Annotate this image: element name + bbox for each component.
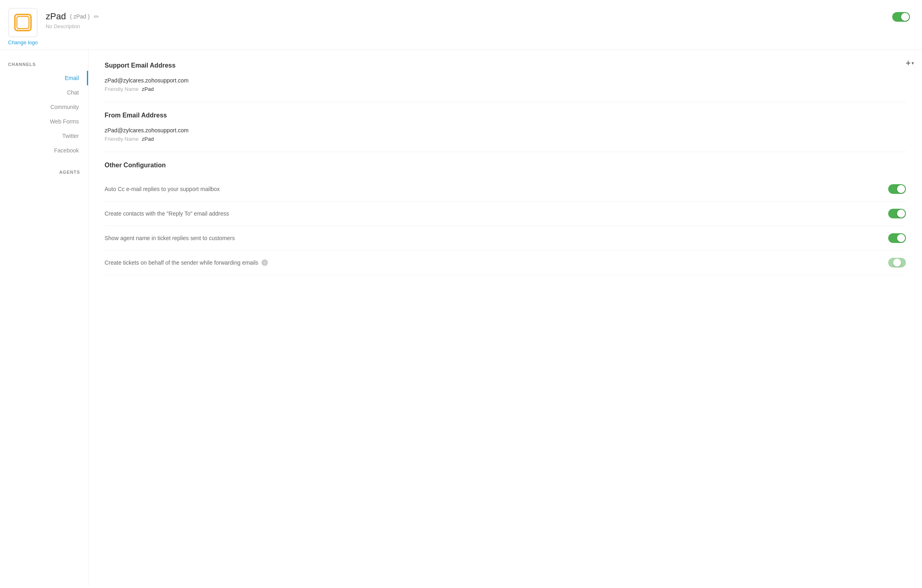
config-row-forward-tickets: Create tickets on behalf of the sender w… [105, 251, 906, 275]
toggle-forward-tickets[interactable] [888, 258, 906, 267]
sidebar-item-facebook[interactable]: Facebook [0, 143, 88, 158]
sidebar-item-web-forms[interactable]: Web Forms [0, 114, 88, 129]
toggle-reply-to[interactable] [888, 209, 906, 218]
config-row-auto-cc: Auto Cc e-mail replies to your support m… [105, 177, 906, 201]
main-layout: CHANNELS Email Chat Community Web Forms … [0, 50, 922, 586]
info-icon[interactable]: i [261, 259, 268, 266]
add-button[interactable]: + ▾ [906, 58, 914, 68]
app-name: zPad [46, 11, 66, 22]
main-toggle[interactable] [892, 12, 910, 22]
header-title-row: zPad ( zPad ) ✏ [46, 11, 99, 22]
agents-section-title: AGENTS [0, 158, 88, 179]
divider-1 [105, 102, 906, 102]
from-email-friendly-value: zPad [142, 136, 154, 142]
plus-icon: + [906, 58, 911, 68]
change-logo-link[interactable]: Change logo [8, 39, 38, 45]
content-area: + ▾ Support Email Address zPad@zylcares.… [88, 50, 922, 586]
from-email-section-title: From Email Address [105, 112, 906, 119]
config-label-forward-tickets: Create tickets on behalf of the sender w… [105, 259, 268, 266]
app-description: No Description [46, 23, 99, 29]
config-label-agent-name: Show agent name in ticket replies sent t… [105, 235, 235, 241]
sidebar-item-chat[interactable]: Chat [0, 85, 88, 100]
logo-area: Change logo [8, 8, 38, 45]
svg-rect-1 [17, 16, 29, 29]
channels-section-title: CHANNELS [0, 62, 88, 71]
from-email-friendly-label: Friendly Name [105, 136, 139, 142]
header-info: zPad ( zPad ) ✏ No Description [46, 8, 99, 29]
toggle-auto-cc[interactable] [888, 184, 906, 194]
app-slug: ( zPad ) [70, 13, 90, 20]
support-email-field: zPad@zylcares.zohosupport.com Friendly N… [105, 77, 906, 92]
app-logo [8, 8, 37, 37]
support-email-friendly-row: Friendly Name zPad [105, 86, 906, 92]
sidebar-item-twitter[interactable]: Twitter [0, 129, 88, 143]
logo-svg [13, 12, 33, 33]
from-email-friendly-row: Friendly Name zPad [105, 136, 906, 142]
config-row-reply-to: Create contacts with the "Reply To" emai… [105, 201, 906, 226]
chevron-down-icon: ▾ [912, 60, 914, 66]
config-label-reply-to: Create contacts with the "Reply To" emai… [105, 210, 229, 217]
header: Change logo zPad ( zPad ) ✏ No Descripti… [0, 0, 922, 50]
sidebar: CHANNELS Email Chat Community Web Forms … [0, 50, 88, 586]
sidebar-item-community[interactable]: Community [0, 100, 88, 114]
divider-2 [105, 152, 906, 152]
support-email-value: zPad@zylcares.zohosupport.com [105, 77, 906, 84]
sidebar-item-email[interactable]: Email [0, 71, 88, 85]
config-label-auto-cc: Auto Cc e-mail replies to your support m… [105, 186, 220, 192]
header-toggle-area [892, 12, 910, 23]
toggle-agent-name[interactable] [888, 233, 906, 243]
support-email-friendly-value: zPad [142, 86, 154, 92]
edit-icon[interactable]: ✏ [94, 13, 99, 21]
support-email-friendly-label: Friendly Name [105, 86, 139, 92]
from-email-value: zPad@zylcares.zohosupport.com [105, 127, 906, 134]
from-email-field: zPad@zylcares.zohosupport.com Friendly N… [105, 127, 906, 142]
config-row-agent-name: Show agent name in ticket replies sent t… [105, 226, 906, 251]
other-config-section-title: Other Configuration [105, 162, 906, 169]
support-email-section-title: Support Email Address [105, 62, 906, 69]
